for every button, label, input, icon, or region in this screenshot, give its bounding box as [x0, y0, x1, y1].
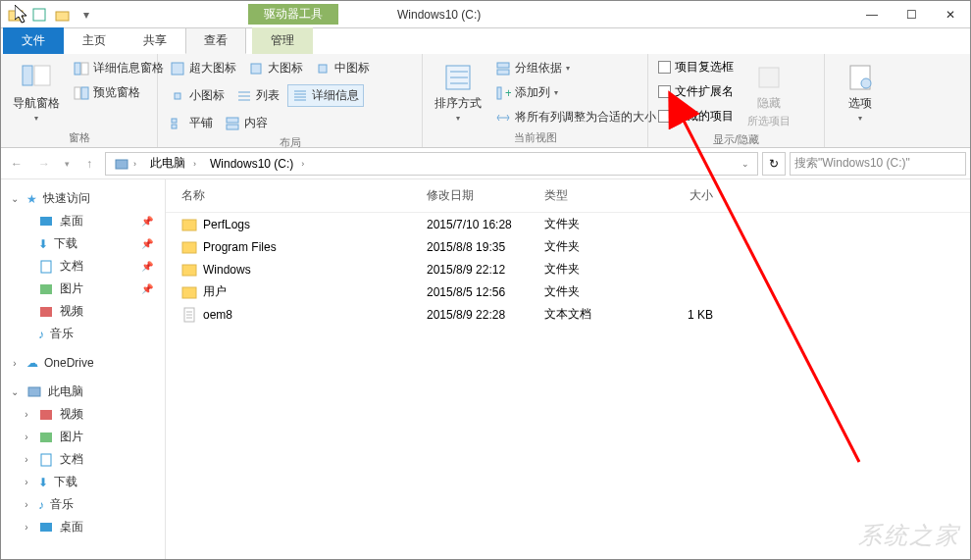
tab-home[interactable]: 主页 — [64, 27, 125, 54]
svg-rect-4 — [34, 66, 50, 85]
up-button[interactable]: ↑ — [77, 152, 101, 176]
file-size — [639, 245, 717, 249]
file-type: 文件夹 — [540, 259, 639, 280]
nav-quick-music[interactable]: ♪音乐 — [1, 323, 165, 345]
view-list[interactable]: 列表 — [232, 84, 283, 107]
details-pane-button[interactable]: 详细信息窗格 — [70, 58, 168, 78]
navigation-pane: ⌄★快速访问 桌面📌 ⬇下载📌 文档📌 图片📌 视频 ♪音乐 ›☁OneDriv… — [1, 179, 166, 559]
nav-pc-documents[interactable]: ›文档 — [1, 448, 165, 471]
svg-rect-28 — [497, 63, 509, 68]
qat-dropdown-icon[interactable]: ▾ — [76, 4, 97, 25]
nav-pc-videos[interactable]: ›视频 — [1, 403, 165, 426]
contextual-tab-label: 驱动器工具 — [248, 4, 338, 25]
file-type: 文件夹 — [540, 236, 639, 257]
minimize-button[interactable]: — — [852, 1, 892, 28]
nav-quick-desktop[interactable]: 桌面📌 — [1, 210, 165, 232]
nav-pc-pictures[interactable]: ›图片 — [1, 426, 165, 448]
group-layout-label: 布局 — [166, 133, 414, 152]
header-size[interactable]: 大小 — [639, 185, 717, 206]
hide-selected-button: 隐藏 所选项目 — [741, 58, 796, 130]
breadcrumb-drive[interactable]: Windows10 (C:)› — [204, 157, 310, 171]
breadcrumb-root-icon[interactable]: › — [108, 156, 142, 172]
file-date: 2015/8/8 19:35 — [423, 238, 540, 256]
group-by-button[interactable]: 分组依据 ▾ — [491, 58, 660, 78]
tab-manage[interactable]: 管理 — [252, 27, 313, 54]
svg-rect-46 — [182, 220, 196, 230]
nav-quick-pictures[interactable]: 图片📌 — [1, 278, 165, 300]
file-name: oem8 — [203, 308, 232, 322]
breadcrumb-this-pc[interactable]: 此电脑› — [144, 155, 202, 172]
svg-rect-1 — [33, 9, 45, 21]
svg-point-35 — [861, 78, 871, 88]
sort-by-button[interactable]: 排序方式 ▾ — [431, 58, 486, 125]
file-size — [639, 268, 717, 272]
file-list-header[interactable]: 名称 修改日期 类型 大小 — [166, 179, 970, 213]
view-small-icons[interactable]: 小图标 — [166, 84, 229, 107]
header-type[interactable]: 类型 — [540, 185, 639, 206]
nav-pc-music[interactable]: ›♪音乐 — [1, 493, 165, 516]
group-current-view-label: 当前视图 — [431, 128, 639, 147]
header-name[interactable]: 名称 — [178, 185, 423, 206]
nav-pc-downloads[interactable]: ›⬇下载 — [1, 471, 165, 493]
options-button[interactable]: 选项 ▾ — [833, 58, 888, 125]
preview-pane-button[interactable]: 预览窗格 — [70, 82, 168, 103]
file-name: Program Files — [203, 240, 277, 254]
search-input[interactable]: 搜索"Windows10 (C:)" — [790, 152, 966, 176]
group-panes-label: 窗格 — [9, 128, 149, 147]
nav-onedrive[interactable]: ›☁OneDrive — [1, 353, 165, 373]
file-row[interactable]: PerfLogs2015/7/10 16:28文件夹 — [166, 213, 970, 235]
qat-explorer-icon[interactable] — [5, 4, 26, 25]
close-button[interactable]: ✕ — [931, 1, 970, 28]
file-type: 文件夹 — [540, 281, 639, 302]
back-button[interactable]: ← — [5, 152, 28, 176]
file-row[interactable]: 用户2015/8/5 12:56文件夹 — [166, 280, 970, 303]
svg-rect-45 — [40, 523, 52, 532]
nav-pc-desktop[interactable]: ›桌面 — [1, 516, 165, 538]
qat-properties-icon[interactable] — [28, 4, 50, 25]
svg-rect-5 — [75, 63, 80, 75]
nav-quick-videos[interactable]: 视频 — [1, 300, 165, 323]
maximize-button[interactable]: ☐ — [892, 1, 931, 28]
nav-quick-downloads[interactable]: ⬇下载📌 — [1, 232, 165, 255]
nav-pane-button[interactable]: 导航窗格 ▾ — [9, 58, 64, 125]
view-medium-icons[interactable]: 中图标 — [311, 58, 374, 78]
file-row[interactable]: oem82015/8/9 22:28文本文档1 KB — [166, 303, 970, 326]
recent-dropdown[interactable]: ▾ — [60, 152, 74, 176]
view-extra-large-icons[interactable]: 超大图标 — [166, 58, 240, 78]
tab-view[interactable]: 查看 — [185, 27, 246, 54]
file-row[interactable]: Windows2015/8/9 22:12文件夹 — [166, 258, 970, 280]
svg-rect-7 — [75, 87, 80, 99]
size-columns-button[interactable]: 将所有列调整为合适的大小 — [491, 107, 660, 127]
header-date[interactable]: 修改日期 — [423, 185, 540, 206]
svg-rect-23 — [227, 125, 238, 129]
breadcrumb[interactable]: › 此电脑› Windows10 (C:)› ⌄ — [105, 152, 758, 176]
hidden-items-checkbox[interactable]: 隐藏的项目 — [656, 107, 736, 126]
nav-quick-access[interactable]: ⌄★快速访问 — [1, 187, 165, 210]
tab-share[interactable]: 共享 — [125, 27, 185, 54]
svg-text:+: + — [505, 86, 511, 100]
tab-file[interactable]: 文件 — [3, 27, 64, 54]
item-checkboxes-checkbox[interactable]: 项目复选框 — [656, 58, 736, 76]
breadcrumb-dropdown[interactable]: ⌄ — [736, 159, 755, 169]
svg-rect-37 — [40, 217, 52, 226]
view-tiles[interactable]: 平铺 — [166, 113, 217, 133]
add-columns-button[interactable]: +添加列 ▾ — [491, 82, 660, 103]
view-large-icons[interactable]: 大图标 — [244, 58, 307, 78]
file-name: 用户 — [203, 283, 227, 300]
view-content[interactable]: 内容 — [221, 113, 272, 133]
view-details[interactable]: 详细信息 — [287, 84, 364, 107]
svg-rect-41 — [28, 387, 40, 396]
nav-quick-documents[interactable]: 文档📌 — [1, 255, 165, 278]
forward-button[interactable]: → — [32, 152, 56, 176]
file-name: PerfLogs — [203, 218, 250, 231]
svg-rect-22 — [227, 118, 238, 123]
svg-rect-48 — [182, 265, 196, 276]
file-type: 文本文档 — [540, 304, 639, 325]
qat-new-folder-icon[interactable] — [52, 4, 74, 25]
refresh-button[interactable]: ↻ — [762, 152, 786, 176]
file-row[interactable]: Program Files2015/8/8 19:35文件夹 — [166, 235, 970, 258]
svg-rect-29 — [497, 70, 509, 75]
file-extensions-checkbox[interactable]: 文件扩展名 — [656, 82, 736, 101]
file-size — [639, 290, 717, 294]
nav-this-pc[interactable]: ⌄此电脑 — [1, 381, 165, 403]
